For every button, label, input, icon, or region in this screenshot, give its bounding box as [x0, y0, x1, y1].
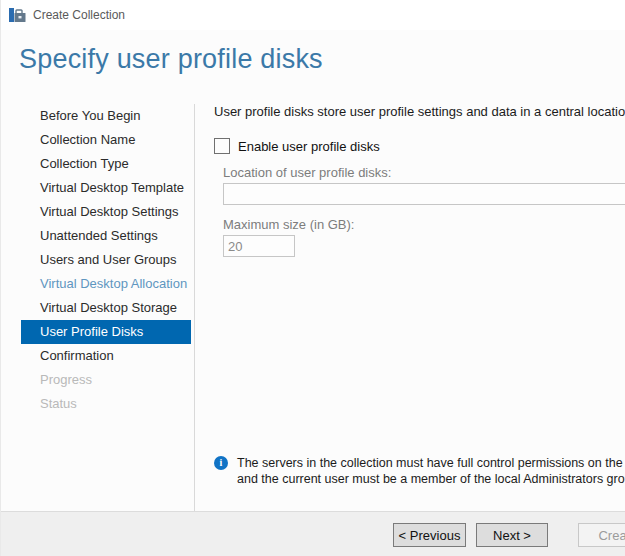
sidebar-item-before-you-begin[interactable]: Before You Begin [21, 104, 191, 128]
profile-disk-fields: Location of user profile disks: Maximum … [223, 165, 625, 257]
server-manager-toolbox-icon [9, 7, 26, 24]
info-note-line2: and the current user must be a member of… [237, 472, 625, 486]
info-note-line1: The servers in the collection must have … [237, 456, 625, 470]
window-title: Create Collection [33, 8, 125, 22]
checkbox-label: Enable user profile disks [238, 139, 380, 154]
sidebar-item-unattended-settings[interactable]: Unattended Settings [21, 224, 191, 248]
location-field-label: Location of user profile disks: [223, 165, 625, 180]
checkbox-icon[interactable] [214, 138, 230, 154]
vertical-divider [194, 104, 195, 511]
sidebar-item-users-and-user-groups[interactable]: Users and User Groups [21, 248, 191, 272]
sidebar-item-confirmation[interactable]: Confirmation [21, 344, 191, 368]
wizard-nav: Before You BeginCollection NameCollectio… [21, 104, 191, 416]
info-note: i The servers in the collection must hav… [214, 455, 625, 487]
sidebar-item-status: Status [21, 392, 191, 416]
page-title: Specify user profile disks [19, 44, 323, 75]
main-content: User profile disks store user profile se… [214, 104, 625, 120]
footer-button-bar: < Previous Next > Create [1, 511, 625, 556]
sidebar-item-virtual-desktop-allocation[interactable]: Virtual Desktop Allocation [21, 272, 191, 296]
sidebar-item-virtual-desktop-template[interactable]: Virtual Desktop Template [21, 176, 191, 200]
info-icon: i [214, 456, 228, 470]
sidebar-item-virtual-desktop-settings[interactable]: Virtual Desktop Settings [21, 200, 191, 224]
window-titlebar: Create Collection [1, 0, 625, 30]
max-size-field-label: Maximum size (in GB): [223, 217, 625, 232]
info-note-text: The servers in the collection must have … [237, 455, 625, 487]
next-button[interactable]: Next > [476, 523, 548, 547]
sidebar-item-progress: Progress [21, 368, 191, 392]
sidebar-item-virtual-desktop-storage[interactable]: Virtual Desktop Storage [21, 296, 191, 320]
enable-user-profile-disks-checkbox[interactable]: Enable user profile disks [214, 138, 380, 154]
intro-text: User profile disks store user profile se… [214, 104, 625, 120]
create-button: Create [578, 523, 625, 547]
sidebar-item-collection-name[interactable]: Collection Name [21, 128, 191, 152]
previous-button[interactable]: < Previous [393, 523, 466, 547]
location-input [223, 183, 625, 205]
sidebar-item-user-profile-disks[interactable]: User Profile Disks [21, 320, 191, 344]
max-size-input [223, 235, 295, 257]
sidebar-item-collection-type[interactable]: Collection Type [21, 152, 191, 176]
